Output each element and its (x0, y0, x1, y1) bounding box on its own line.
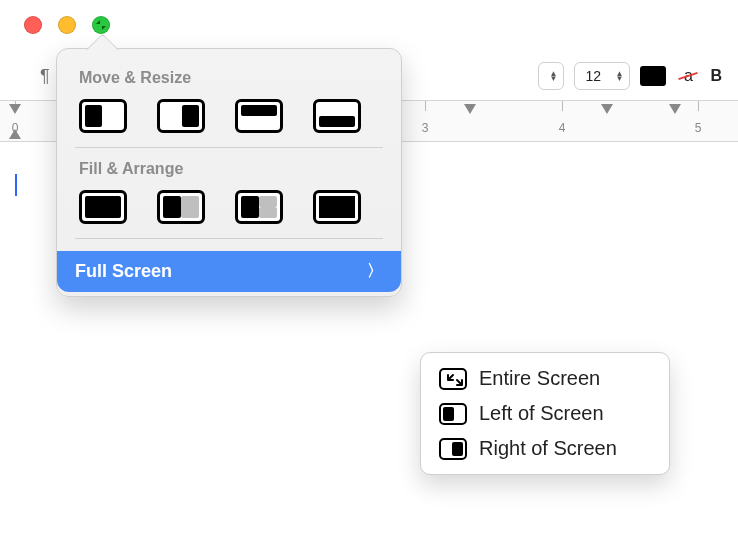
first-line-indent-marker[interactable] (9, 104, 21, 114)
full-screen-submenu: Entire Screen Left of Screen Right of Sc… (420, 352, 670, 475)
submenu-item-label: Entire Screen (479, 367, 600, 390)
tab-stop-marker[interactable] (601, 104, 613, 114)
bold-button[interactable]: B (710, 67, 722, 85)
tile-bottom-half-button[interactable] (313, 99, 361, 133)
chevron-updown-icon: ▲▼ (549, 71, 557, 81)
tile-right-half-button[interactable] (157, 99, 205, 133)
font-size-value: 12 (581, 68, 601, 84)
ruler-number: 3 (422, 121, 429, 135)
submenu-item-label: Right of Screen (479, 437, 617, 460)
fill-screen-button[interactable] (79, 190, 127, 224)
chevron-updown-icon: ▲▼ (616, 71, 624, 81)
tile-top-half-button[interactable] (235, 99, 283, 133)
right-of-screen-icon (439, 438, 467, 460)
move-resize-row (79, 99, 379, 133)
submenu-item-entire-screen[interactable]: Entire Screen (427, 361, 663, 396)
arrange-quarters-button[interactable] (313, 190, 361, 224)
ruler-number: 4 (559, 121, 566, 135)
arrange-left-and-quarters-button[interactable] (235, 190, 283, 224)
strikethrough-button[interactable]: a (676, 64, 700, 88)
minimize-button[interactable] (58, 16, 76, 34)
close-button[interactable] (24, 16, 42, 34)
section-heading-move-resize: Move & Resize (79, 69, 379, 87)
fill-arrange-row (79, 190, 379, 224)
font-family-dropdown[interactable]: ▲▼ (538, 62, 564, 90)
submenu-item-left-of-screen[interactable]: Left of Screen (427, 396, 663, 431)
ruler-number: 5 (695, 121, 702, 135)
section-heading-fill-arrange: Fill & Arrange (79, 160, 379, 178)
chevron-right-icon: 〉 (367, 261, 383, 282)
full-screen-label: Full Screen (75, 261, 172, 282)
paragraph-style-button[interactable]: ¶ (40, 66, 50, 87)
separator (75, 238, 383, 239)
right-indent-marker[interactable] (669, 104, 681, 114)
full-screen-menu-item[interactable]: Full Screen 〉 (57, 251, 401, 292)
entire-screen-icon (439, 368, 467, 390)
window-traffic-lights (24, 16, 110, 34)
zoom-button[interactable] (92, 16, 110, 34)
left-indent-marker[interactable] (9, 129, 21, 139)
submenu-item-label: Left of Screen (479, 402, 604, 425)
tile-left-half-button[interactable] (79, 99, 127, 133)
submenu-item-right-of-screen[interactable]: Right of Screen (427, 431, 663, 466)
separator (75, 147, 383, 148)
text-color-swatch[interactable] (640, 66, 666, 86)
window-tiling-popover: Move & Resize Fill & Arrange Full Screen… (56, 48, 402, 297)
tab-stop-marker[interactable] (464, 104, 476, 114)
text-cursor (15, 174, 17, 196)
zoom-glyph-icon (95, 19, 107, 31)
font-size-dropdown[interactable]: 12 ▲▼ (574, 62, 630, 90)
arrange-left-right-button[interactable] (157, 190, 205, 224)
left-of-screen-icon (439, 403, 467, 425)
